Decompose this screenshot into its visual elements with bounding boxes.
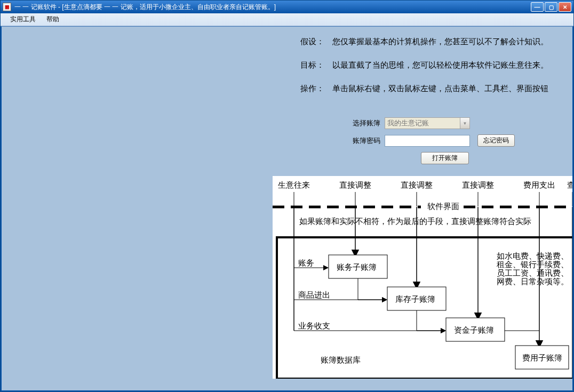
svg-text:商品进出: 商品进出 (298, 291, 330, 299)
op-text: 单击鼠标右键，双击鼠标左键，点击菜单、工具栏、界面按钮 (332, 82, 548, 95)
password-label: 账簿密码 (343, 136, 380, 146)
assume-label: 假设： (300, 35, 332, 48)
ledger-select[interactable]: 我的生意记账 ▼ (385, 117, 470, 129)
maximize-button[interactable] (545, 2, 557, 12)
assume-text: 您仅掌握最基本的计算机操作，您甚至可以不了解会计知识。 (332, 35, 548, 48)
diag-label-5: 查 (567, 181, 573, 189)
menu-help[interactable]: 帮助 (41, 13, 65, 26)
svg-text:库存子账簿: 库存子账簿 (395, 295, 435, 303)
window-title: 一 一 记账软件 - [生意点滴都要 一 一 记账，适用于小微企业主、自由职业者… (14, 3, 531, 12)
diag-label-1: 直接调整 (339, 181, 371, 189)
svg-text:如水电费、快递费、租金、银行手续费、员工工资、通讯费、网费、: 如水电费、快递费、租金、银行手续费、员工工资、通讯费、网费、日常杂项等。 (497, 252, 569, 286)
password-input[interactable] (385, 135, 470, 147)
workflow-diagram: 生意往来 直接调整 直接调整 直接调整 费用支出 查 软件界面 如果账簿和实际不… (273, 176, 573, 379)
open-ledger-button[interactable]: 打开账簿 (421, 152, 469, 164)
window-controls (531, 2, 571, 12)
diag-label-4: 费用支出 (523, 181, 555, 189)
svg-text:资金子账簿: 资金子账簿 (454, 326, 494, 334)
diag-label-3: 直接调整 (462, 181, 494, 189)
target-text: 以最直截了当的思维，您可以轻松使用本软件记账生意往来。 (332, 59, 548, 71)
client-area: 假设： 您仅掌握最基本的计算机操作，您甚至可以不了解会计知识。 目标： 以最直截… (1, 26, 573, 391)
target-label: 目标： (300, 59, 332, 71)
ledger-select-value: 我的生意记账 (387, 118, 429, 128)
svg-text:费用子账簿: 费用子账簿 (522, 354, 562, 362)
menu-bar: 实用工具 帮助 (1, 13, 573, 26)
select-ledger-label: 选择账簿 (343, 118, 380, 128)
diag-label-0: 生意往来 (278, 181, 310, 189)
app-window: ▦ 一 一 记账软件 - [生意点滴都要 一 一 记账，适用于小微企业主、自由职… (0, 0, 574, 392)
svg-text:账务子账簿: 账务子账簿 (337, 263, 377, 271)
menu-tools[interactable]: 实用工具 (5, 13, 41, 26)
db-label: 账簿数据库 (321, 356, 361, 364)
app-icon: ▦ (3, 3, 11, 11)
svg-text:账务: 账务 (298, 259, 314, 267)
login-form: 选择账簿 我的生意记账 ▼ 账簿密码 忘记密码 打开账簿 (343, 117, 515, 164)
forgot-password-button[interactable]: 忘记密码 (477, 134, 515, 147)
minimize-button[interactable] (531, 2, 544, 12)
close-button[interactable] (559, 2, 571, 12)
diag-label-2: 直接调整 (401, 181, 433, 189)
title-bar: ▦ 一 一 记账软件 - [生意点滴都要 一 一 记账，适用于小微企业主、自由职… (1, 1, 573, 13)
diag-note: 如果账簿和实际不相符，作为最后的手段，直接调整账簿符合实际 (299, 217, 531, 226)
op-label: 操作： (300, 82, 332, 95)
ui-label: 软件界面 (427, 202, 459, 211)
chevron-down-icon: ▼ (460, 118, 469, 129)
svg-text:业务收支: 业务收支 (298, 322, 330, 330)
intro-text: 假设： 您仅掌握最基本的计算机操作，您甚至可以不了解会计知识。 目标： 以最直截… (300, 35, 564, 106)
